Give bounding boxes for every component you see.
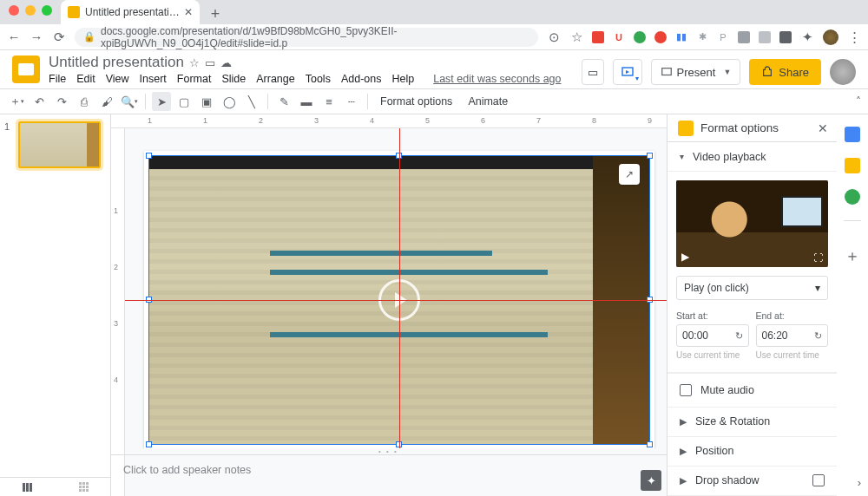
animate-button[interactable]: Animate bbox=[462, 92, 514, 111]
use-current-hint[interactable]: Use current time bbox=[756, 350, 829, 360]
tab-close-icon[interactable]: ✕ bbox=[184, 6, 193, 18]
menu-tools[interactable]: Tools bbox=[306, 73, 331, 85]
new-slide-button[interactable]: ＋▾ bbox=[7, 92, 26, 111]
menu-slide[interactable]: Slide bbox=[221, 73, 246, 85]
start-at-input[interactable]: 00:00 ↻ bbox=[676, 324, 749, 347]
extension-icon[interactable]: ✱ bbox=[696, 31, 708, 43]
extension-icon[interactable]: P bbox=[717, 31, 729, 43]
mute-audio-checkbox[interactable] bbox=[680, 384, 692, 396]
explore-button[interactable]: ✦ bbox=[641, 470, 661, 491]
omnibox[interactable]: 🔒 docs.google.com/presentation/d/1w9BfD9… bbox=[75, 28, 538, 47]
extension-icon[interactable] bbox=[634, 31, 646, 43]
menu-format[interactable]: Format bbox=[177, 73, 212, 85]
menu-arrange[interactable]: Arrange bbox=[256, 73, 294, 85]
calendar-addon-icon[interactable] bbox=[845, 127, 860, 142]
select-tool[interactable]: ➤ bbox=[152, 92, 171, 111]
menu-view[interactable]: View bbox=[106, 73, 129, 85]
drop-shadow-checkbox[interactable] bbox=[812, 474, 825, 486]
revert-icon[interactable]: ↻ bbox=[814, 330, 822, 342]
play-icon[interactable]: ▶ bbox=[681, 251, 689, 263]
shape-tool[interactable]: ◯ bbox=[220, 92, 239, 111]
image-tool[interactable]: ▣ bbox=[197, 92, 216, 111]
cloud-status-icon[interactable]: ☁ bbox=[220, 56, 232, 69]
new-tab-button[interactable]: + bbox=[205, 3, 226, 24]
extension-icon[interactable] bbox=[592, 31, 604, 43]
comments-button[interactable]: ▭ bbox=[582, 59, 604, 85]
end-at-input[interactable]: 06:20 ↻ bbox=[756, 324, 829, 347]
extension-icon[interactable] bbox=[654, 31, 667, 43]
document-title[interactable]: Untitled presentation bbox=[49, 54, 184, 71]
border-weight-tool[interactable]: ≡ bbox=[319, 92, 339, 111]
search-icon[interactable]: ⊙ bbox=[547, 30, 561, 44]
extension-icon[interactable]: U bbox=[613, 31, 625, 43]
window-close[interactable] bbox=[9, 5, 19, 16]
menu-insert[interactable]: Insert bbox=[140, 73, 167, 85]
get-addons-button[interactable]: ＋ bbox=[845, 245, 860, 266]
print-button[interactable]: ⎙ bbox=[75, 92, 94, 111]
revert-icon[interactable]: ↻ bbox=[735, 330, 743, 342]
browser-tab[interactable]: Untitled presentation – Google ✕ bbox=[61, 0, 200, 24]
line-tool[interactable]: ╲ bbox=[242, 92, 261, 111]
present-button[interactable]: Present ▼ bbox=[651, 59, 741, 85]
undo-button[interactable]: ↶ bbox=[30, 92, 49, 111]
move-folder-icon[interactable]: ▭ bbox=[205, 56, 215, 69]
resize-handle[interactable] bbox=[647, 153, 653, 159]
chrome-profile-avatar[interactable] bbox=[823, 29, 838, 45]
textbox-tool[interactable]: ▢ bbox=[174, 92, 194, 111]
tab-strip: Untitled presentation – Google ✕ + bbox=[0, 0, 868, 24]
extension-icon[interactable]: ▮▮ bbox=[675, 31, 687, 43]
account-avatar[interactable] bbox=[830, 59, 856, 85]
window-minimize[interactable] bbox=[25, 5, 36, 16]
size-rotation-section[interactable]: ▶ Size & Rotation bbox=[667, 408, 837, 437]
extension-icon[interactable] bbox=[759, 31, 771, 43]
close-panel-icon[interactable]: ✕ bbox=[818, 121, 828, 135]
border-dash-tool[interactable]: ┄ bbox=[342, 92, 361, 111]
border-color-tool[interactable]: ▬ bbox=[297, 92, 316, 111]
zoom-button[interactable]: 🔍▾ bbox=[120, 92, 139, 111]
tasks-addon-icon[interactable] bbox=[845, 189, 860, 205]
menu-addons[interactable]: Add-ons bbox=[341, 73, 382, 85]
chrome-menu-icon[interactable]: ⋮ bbox=[847, 30, 861, 44]
keep-addon-icon[interactable] bbox=[845, 158, 860, 173]
drop-shadow-section[interactable]: ▶ Drop shadow bbox=[667, 467, 837, 496]
crop-tool[interactable]: ✎ bbox=[274, 92, 293, 111]
video-preview-thumbnail[interactable]: ▶ ⛶ bbox=[676, 180, 828, 267]
present-options-button[interactable]: ▾ bbox=[613, 59, 642, 85]
resize-handle[interactable] bbox=[647, 441, 653, 447]
hide-sidepanel-icon[interactable]: › bbox=[858, 476, 861, 489]
menu-help[interactable]: Help bbox=[391, 73, 414, 85]
menu-edit[interactable]: Edit bbox=[76, 73, 95, 85]
filmstrip-view-button[interactable] bbox=[23, 483, 35, 492]
redo-button[interactable]: ↷ bbox=[52, 92, 71, 111]
extension-icon[interactable] bbox=[779, 31, 792, 43]
last-edit-link[interactable]: Last edit was seconds ago bbox=[433, 73, 561, 85]
slide-thumbnail[interactable] bbox=[18, 121, 101, 168]
ruler-tick: 2 bbox=[259, 116, 263, 125]
play-mode-select[interactable]: Play (on click) ▾ bbox=[676, 276, 828, 300]
window-zoom[interactable] bbox=[42, 5, 52, 16]
resize-handle[interactable] bbox=[146, 153, 152, 159]
mute-audio-row[interactable]: Mute audio bbox=[667, 373, 837, 408]
format-options-button[interactable]: Format options bbox=[374, 92, 458, 111]
share-button[interactable]: Share bbox=[749, 59, 821, 85]
resize-handle[interactable] bbox=[146, 441, 152, 447]
nav-reload-icon[interactable]: ⟳ bbox=[52, 30, 66, 44]
speaker-notes[interactable]: Click to add speaker notes ✦ bbox=[111, 454, 667, 496]
paint-format-button[interactable]: 🖌 bbox=[97, 92, 116, 111]
position-section[interactable]: ▶ Position bbox=[667, 437, 837, 467]
nav-back-icon[interactable]: ← bbox=[7, 30, 21, 44]
grid-view-button[interactable] bbox=[79, 482, 89, 492]
video-playback-header[interactable]: ▾ Video playback bbox=[667, 142, 837, 172]
extension-icon[interactable] bbox=[738, 31, 750, 43]
menu-file[interactable]: File bbox=[49, 73, 66, 85]
notes-separator[interactable]: • • • bbox=[111, 448, 667, 454]
menu-bar: File Edit View Insert Format Slide Arran… bbox=[49, 73, 582, 85]
star-icon[interactable]: ☆ bbox=[569, 30, 583, 44]
collapse-toolbar-icon[interactable]: ˄ bbox=[856, 95, 861, 108]
star-outline-icon[interactable]: ☆ bbox=[189, 56, 200, 69]
slides-logo-icon[interactable] bbox=[12, 55, 40, 83]
extensions-menu-icon[interactable]: ✦ bbox=[800, 30, 814, 44]
nav-forward-icon[interactable]: → bbox=[30, 30, 43, 44]
use-current-hint[interactable]: Use current time bbox=[676, 350, 749, 360]
fullscreen-icon[interactable]: ⛶ bbox=[813, 252, 823, 263]
